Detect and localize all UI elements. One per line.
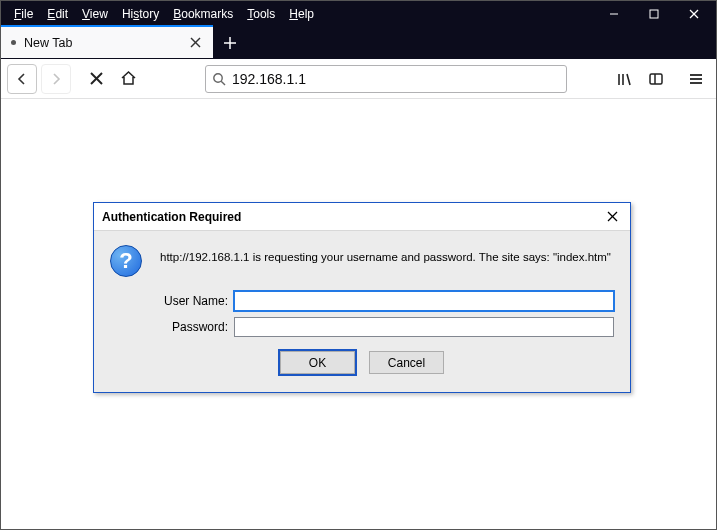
dialog-message: http://192.168.1.1 is requesting your us… [160, 245, 611, 277]
minimize-icon [609, 9, 619, 19]
close-icon [89, 71, 104, 86]
dialog-close-button[interactable] [603, 209, 622, 224]
sidebar-button[interactable] [642, 65, 670, 93]
tab-title: New Tab [24, 36, 188, 50]
auth-dialog: Authentication Required ? http://192.168… [93, 202, 631, 393]
nav-toolbar [1, 59, 716, 99]
svg-point-10 [214, 73, 222, 81]
username-label: User Name: [110, 294, 234, 308]
svg-rect-15 [650, 74, 662, 84]
maximize-icon [649, 9, 659, 19]
menu-view[interactable]: View [75, 4, 115, 24]
close-icon [607, 211, 618, 222]
sidebar-icon [648, 71, 664, 87]
ok-button[interactable]: OK [280, 351, 355, 374]
arrow-right-icon [48, 71, 64, 87]
search-icon [212, 72, 226, 86]
forward-button[interactable] [41, 64, 71, 94]
maximize-button[interactable] [634, 3, 674, 25]
minimize-button[interactable] [594, 3, 634, 25]
password-input[interactable] [234, 317, 614, 337]
question-icon: ? [110, 245, 142, 277]
tab-active[interactable]: New Tab [1, 25, 213, 58]
hamburger-icon [688, 71, 704, 87]
url-bar[interactable] [205, 65, 567, 93]
dialog-titlebar: Authentication Required [94, 203, 630, 231]
window-controls [594, 3, 714, 25]
svg-line-14 [627, 74, 630, 85]
stop-button[interactable] [81, 64, 111, 94]
library-button[interactable] [610, 65, 638, 93]
home-icon [120, 70, 137, 87]
library-icon [616, 71, 632, 87]
menu-edit[interactable]: Edit [40, 4, 75, 24]
dialog-body: ? http://192.168.1.1 is requesting your … [94, 231, 630, 392]
close-icon [689, 9, 699, 19]
cancel-button[interactable]: Cancel [369, 351, 444, 374]
back-button[interactable] [7, 64, 37, 94]
dialog-title: Authentication Required [102, 210, 603, 224]
arrow-left-icon [14, 71, 30, 87]
svg-line-11 [221, 81, 225, 85]
tab-close-button[interactable] [188, 35, 203, 50]
username-input[interactable] [234, 291, 614, 311]
url-input[interactable] [232, 71, 560, 87]
password-label: Password: [110, 320, 234, 334]
menu-file[interactable]: File [7, 4, 40, 24]
svg-rect-1 [650, 10, 658, 18]
new-tab-button[interactable] [215, 28, 245, 58]
menu-history[interactable]: History [115, 4, 166, 24]
menu-button[interactable] [682, 65, 710, 93]
close-icon [190, 37, 201, 48]
menu-tools[interactable]: Tools [240, 4, 282, 24]
plus-icon [223, 36, 237, 50]
window-close-button[interactable] [674, 3, 714, 25]
tab-bar: New Tab [1, 26, 716, 59]
toolbar-right [610, 65, 710, 93]
menu-help[interactable]: Help [282, 4, 321, 24]
menu-bookmarks[interactable]: Bookmarks [166, 4, 240, 24]
home-button[interactable] [113, 64, 143, 94]
tab-loading-dot [11, 40, 16, 45]
